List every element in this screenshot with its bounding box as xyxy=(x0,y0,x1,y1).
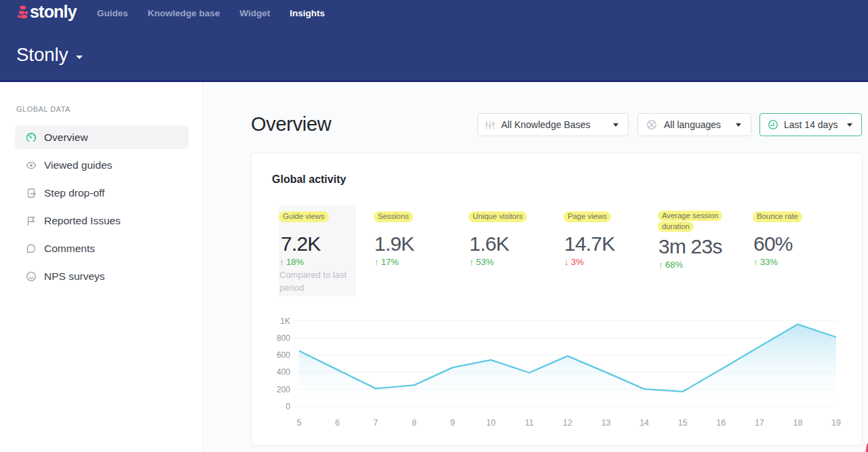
svg-text:8: 8 xyxy=(412,418,416,428)
svg-text:200: 200 xyxy=(277,385,290,394)
svg-text:6: 6 xyxy=(335,418,340,428)
svg-text:14: 14 xyxy=(639,418,649,428)
svg-text:7: 7 xyxy=(374,418,378,428)
svg-text:600: 600 xyxy=(277,350,290,360)
svg-text:11: 11 xyxy=(525,418,534,428)
svg-text:18: 18 xyxy=(793,418,802,428)
svg-text:17: 17 xyxy=(755,418,764,428)
svg-text:1K: 1K xyxy=(280,316,290,326)
svg-text:16: 16 xyxy=(716,418,726,428)
svg-text:5: 5 xyxy=(297,418,302,428)
svg-text:12: 12 xyxy=(563,418,572,428)
svg-text:19: 19 xyxy=(831,418,841,428)
svg-text:400: 400 xyxy=(277,367,290,377)
svg-text:10: 10 xyxy=(486,418,496,428)
svg-text:9: 9 xyxy=(450,418,455,428)
svg-text:800: 800 xyxy=(277,333,290,343)
svg-text:13: 13 xyxy=(601,418,611,428)
svg-text:0: 0 xyxy=(285,402,290,411)
svg-text:15: 15 xyxy=(678,418,688,428)
